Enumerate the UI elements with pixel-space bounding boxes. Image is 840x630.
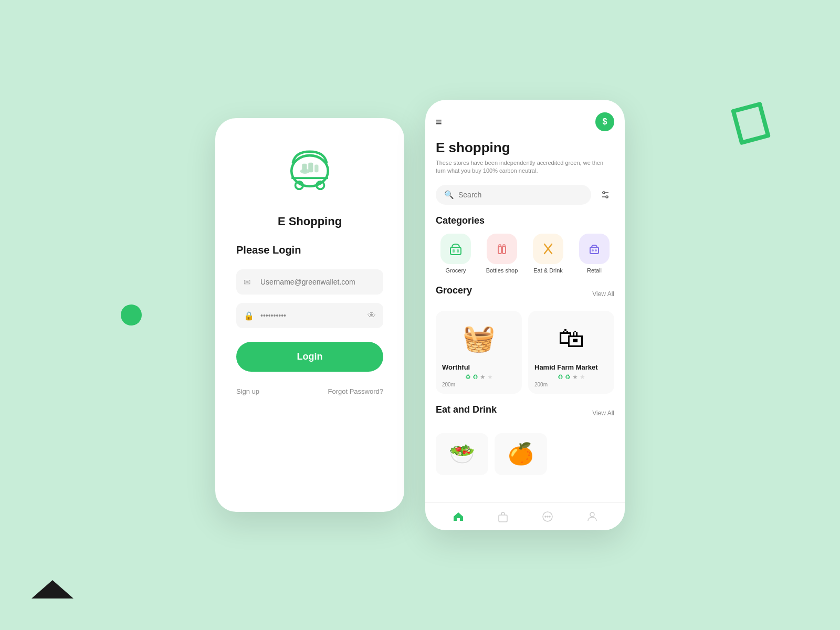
grocery-icon-wrap [440, 234, 471, 264]
search-bar: 🔍 [436, 185, 614, 205]
search-input[interactable] [458, 191, 583, 199]
eat-card-1[interactable]: 🥗 [436, 433, 488, 475]
hamburger-icon[interactable]: ≡ [436, 116, 442, 128]
categories-title: Categories [436, 215, 614, 226]
grocery-section-header: Grocery View All [436, 285, 614, 303]
login-app-name: E Shopping [278, 215, 342, 228]
login-button[interactable]: Login [236, 342, 383, 372]
filter-icon[interactable] [596, 186, 614, 204]
eat-drink-section-title: Eat and Drink [436, 404, 497, 415]
forgot-password-link[interactable]: Forgot Password? [328, 387, 384, 395]
star2-badge: ★ [487, 373, 493, 381]
nav-bag[interactable] [497, 510, 509, 523]
nav-chat[interactable] [541, 510, 554, 523]
shopping-title: E shopping [436, 140, 614, 156]
email-icon: ✉ [244, 277, 250, 287]
dollar-button[interactable]: $ [595, 112, 614, 131]
username-wrapper: ✉ [236, 269, 383, 295]
worthful-distance: 200m [442, 382, 455, 387]
lock-icon: 🔒 [244, 311, 254, 321]
grocery-card-worthful[interactable]: 🧺 Worthful ♻ ♻ ★ ★ 200m [436, 311, 522, 394]
hamid-distance: 200m [534, 382, 548, 387]
svg-rect-15 [498, 246, 501, 254]
svg-rect-6 [314, 165, 318, 173]
retail-label: Retail [587, 267, 602, 274]
eye-icon[interactable]: 👁 [368, 311, 376, 320]
svg-point-11 [606, 196, 608, 198]
username-input[interactable] [236, 269, 383, 295]
deco-triangle [32, 580, 74, 598]
hamid-badges: ♻ ♻ ★ ★ [558, 373, 585, 381]
password-input[interactable] [236, 303, 383, 328]
nav-home[interactable] [452, 510, 465, 523]
svg-rect-17 [502, 246, 506, 254]
shopping-phone: ≡ $ E shopping These stores have been in… [425, 100, 625, 530]
hamid-name: Hamid Farm Market [534, 363, 598, 371]
svg-point-23 [595, 249, 597, 251]
please-login-title: Please Login [236, 244, 301, 256]
grocery-card-hamid[interactable]: 🛍 Hamid Farm Market ♻ ♻ ★ ★ 200m [528, 311, 614, 394]
categories-grid: Grocery Bottles shop [436, 234, 614, 274]
category-retail[interactable]: Retail [574, 234, 614, 274]
hamid-eco-badge: ♻ [565, 373, 571, 381]
svg-point-29 [590, 512, 594, 517]
grocery-section-title: Grocery [436, 285, 472, 296]
search-wrapper: 🔍 [436, 185, 591, 205]
worthful-badges: ♻ ♻ ★ ★ [465, 373, 493, 381]
svg-point-7 [300, 169, 310, 174]
grocery-cards: 🧺 Worthful ♻ ♻ ★ ★ 200m 🛍 Hamid Farm Mar… [436, 311, 614, 394]
svg-rect-12 [450, 247, 461, 255]
category-eat-drink[interactable]: Eat & Drink [528, 234, 568, 274]
grocery-label: Grocery [445, 267, 466, 274]
svg-point-27 [547, 516, 548, 517]
password-wrapper: 🔒 👁 [236, 303, 383, 328]
shopping-subtitle: These stores have been independently acc… [436, 159, 614, 175]
retail-icon-wrap [579, 234, 610, 264]
deco-circle [121, 304, 142, 326]
svg-rect-21 [590, 247, 598, 254]
deco-square [731, 101, 771, 145]
hamid-image: 🛍 [550, 317, 592, 359]
svg-rect-24 [499, 515, 507, 522]
hamid-star1: ★ [572, 373, 578, 381]
app-logo [281, 144, 339, 202]
bottles-label: Bottles shop [486, 267, 518, 274]
bottom-nav [425, 502, 625, 530]
hamid-star2: ★ [580, 373, 585, 381]
eco-badge: ♻ [472, 373, 478, 381]
eat-drink-section-header: Eat and Drink View All [436, 404, 614, 423]
svg-point-26 [545, 516, 546, 517]
category-bottles[interactable]: Bottles shop [482, 234, 522, 274]
bottles-icon-wrap [487, 234, 517, 264]
svg-rect-13 [453, 249, 455, 253]
bottom-links: Sign up Forgot Password? [236, 387, 383, 395]
worthful-name: Worthful [442, 363, 470, 371]
login-phone: E Shopping Please Login ✉ 🔒 👁 Login Sign… [215, 118, 404, 512]
sign-up-link[interactable]: Sign up [236, 387, 259, 395]
nav-profile[interactable] [586, 510, 598, 523]
eat-drink-label: Eat & Drink [533, 267, 563, 274]
svg-rect-14 [457, 249, 459, 253]
worthful-image: 🧺 [458, 317, 500, 359]
phone-content: ≡ $ E shopping These stores have been in… [425, 100, 625, 502]
hamid-co2-badge: ♻ [558, 373, 563, 381]
eat-drink-view-all[interactable]: View All [592, 410, 614, 417]
search-icon: 🔍 [444, 190, 454, 200]
svg-point-28 [549, 516, 550, 517]
star1-badge: ★ [480, 373, 486, 381]
phones-container: E Shopping Please Login ✉ 🔒 👁 Login Sign… [215, 100, 625, 530]
category-grocery[interactable]: Grocery [436, 234, 476, 274]
top-bar: ≡ $ [436, 112, 614, 131]
svg-point-10 [603, 192, 605, 194]
eat-drink-icon-wrap [533, 234, 563, 264]
svg-point-22 [592, 249, 594, 251]
logo-container [281, 144, 339, 204]
grocery-view-all[interactable]: View All [592, 290, 614, 298]
eat-card-2[interactable]: 🍊 [495, 433, 547, 475]
co2-badge: ♻ [465, 373, 471, 381]
eat-drink-cards: 🥗 🍊 [436, 433, 614, 475]
